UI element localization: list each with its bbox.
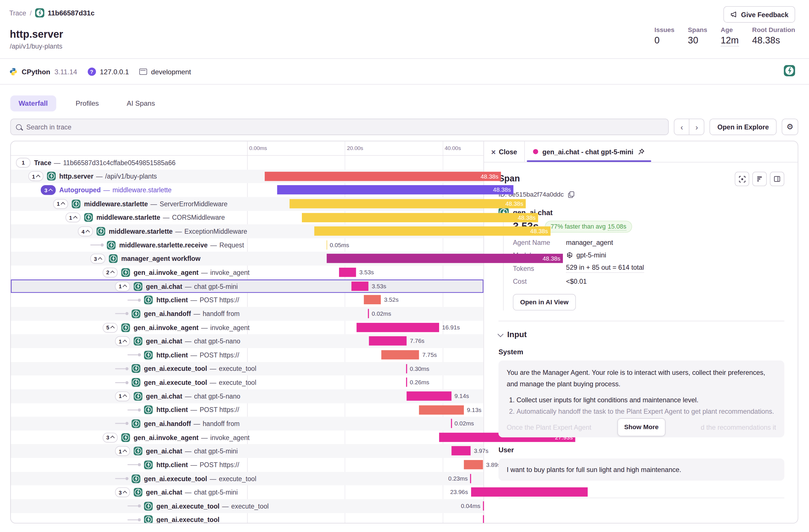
span-row-autogrouped[interactable]: 3Autogrouped—middleware.starlette48.38s <box>11 183 483 197</box>
meta-row: CPython 3.11.14 ? 127.0.0.1 development <box>9 64 191 79</box>
leaf-connector <box>127 299 141 302</box>
span-row-gen-ai-invoke-agent[interactable]: 5gen_ai.invoke_agent—invoke_agent16.91s <box>11 321 483 334</box>
duration-label: 3.97s <box>474 444 488 458</box>
show-more-button[interactable]: Show More <box>618 418 665 436</box>
python-icon <box>9 67 17 76</box>
children-count-pill[interactable]: 3 <box>115 487 130 497</box>
focus-span-button[interactable] <box>735 172 749 186</box>
span-row-gen-ai-execute-tool[interactable]: gen_ai.execute_tool—execute_tool0.23ms <box>11 472 483 485</box>
span-row-gen-ai-chat[interactable]: 1gen_ai.chat—chat gpt-5-nano7.76s <box>11 334 483 348</box>
duration-label: 23.96s <box>450 485 468 499</box>
span-row-gen-ai-invoke-agent[interactable]: 2gen_ai.invoke_agent—invoke_agent3.53s <box>11 266 483 280</box>
open-in-explore-button[interactable]: Open in Explore <box>709 119 776 135</box>
span-row-trace[interactable]: 1Trace—11b66587d31c4cffabe0549851585a66 <box>11 156 483 170</box>
span-row-gen-ai-execute-tool[interactable]: gen_ai.execute_tool—execute_tool0.30ms <box>11 362 483 375</box>
children-count-pill[interactable]: 3 <box>103 432 118 442</box>
duration-label: 48.38s <box>530 227 548 236</box>
prev-match-button[interactable]: ‹ <box>675 119 689 135</box>
children-count-pill[interactable]: 1 <box>115 336 130 346</box>
children-count-pill[interactable]: 4 <box>78 226 93 236</box>
stat-label: Age <box>721 26 739 33</box>
span-op-icon <box>144 461 153 469</box>
span-tree-cell: middleware.starlette.receive—Request <box>11 238 327 252</box>
span-description: /api/v1/buy-plants <box>105 173 157 180</box>
children-count-pill[interactable]: 3 <box>90 254 105 264</box>
children-count-pill[interactable]: 1 <box>28 172 43 181</box>
span-separator: — <box>201 324 208 332</box>
span-tree-cell: 1middleware.starlette—CORSMiddleware <box>11 211 302 224</box>
children-count-pill[interactable]: 5 <box>103 323 118 332</box>
span-row-http-server[interactable]: 1http.server—/api/v1/buy-plants48.38s <box>11 170 483 183</box>
settings-gear-button[interactable]: ⚙ <box>782 119 798 135</box>
give-feedback-button[interactable]: Give Feedback <box>724 6 795 23</box>
breadcrumb-trace-link[interactable]: Trace <box>9 9 26 17</box>
span-row-http-client[interactable]: http.client—POST https://3.89s <box>11 458 483 472</box>
span-name: middleware.starlette.receive <box>119 241 208 249</box>
attribute-value[interactable]: 529 in + 85 out = 614 total <box>566 263 644 272</box>
span-row-http-client[interactable]: http.client—POST https://3.52s <box>11 293 483 307</box>
children-count-pill[interactable]: 1 <box>115 281 130 291</box>
span-description: chat gpt-5-mini <box>194 282 238 290</box>
span-row-gen-ai-execute-tool[interactable]: gen_ai.execute_tool—execute_tool0.04ms <box>11 499 483 513</box>
span-tree-cell: 1http.server—/api/v1/buy-plants <box>11 170 265 183</box>
duration-label: 9.14s <box>454 389 469 403</box>
children-count-pill[interactable]: 1 <box>66 213 80 222</box>
span-row-gen-ai-handoff[interactable]: gen_ai.handoff—handoff from0.02ms <box>11 307 483 321</box>
children-count-pill[interactable]: 1 <box>115 446 130 456</box>
span-row-gen-ai-chat[interactable]: 1gen_ai.chat—chat gpt-5-mini3.53s <box>11 280 483 293</box>
span-description: ServerErrorMiddleware <box>159 200 227 208</box>
duration-label: 48.38s <box>543 254 560 263</box>
children-count-pill[interactable]: 1 <box>53 199 68 209</box>
copy-icon[interactable] <box>567 191 574 198</box>
span-separator: — <box>150 200 157 208</box>
span-row-http-client[interactable]: http.client—POST https://9.13s <box>11 403 483 417</box>
span-row-gen-ai-chat[interactable]: 1gen_ai.chat—chat gpt-5-mini3.97s <box>11 444 483 458</box>
close-panel-button[interactable]: × Close <box>484 141 525 162</box>
layout-toggle-button[interactable] <box>770 172 785 186</box>
leaf-connector <box>90 244 104 247</box>
span-row-middleware-starlette-receive[interactable]: middleware.starlette.receive—Request0.05… <box>11 238 483 252</box>
profile-button[interactable] <box>752 172 767 186</box>
span-description: execute_tool <box>219 475 256 483</box>
span-row-gen-ai-invoke-agent[interactable]: 3gen_ai.invoke_agent—invoke_agent27.93s <box>11 430 483 444</box>
stat-value[interactable]: 12m <box>721 35 739 47</box>
tab-profiles[interactable]: Profiles <box>67 95 107 111</box>
span-op-icon <box>121 433 130 442</box>
tab-waterfall[interactable]: Waterfall <box>10 95 56 111</box>
tab-ai-spans[interactable]: AI Spans <box>118 95 163 111</box>
leaf-connector <box>115 422 128 425</box>
children-count-pill[interactable]: 3 <box>41 185 56 195</box>
span-tree-cell: 3Autogrouped—middleware.starlette <box>11 183 277 197</box>
span-row-gen-ai-chat[interactable]: 1gen_ai.chat—chat gpt-5-nano9.14s <box>11 389 483 403</box>
span-name: gen_ai.chat <box>146 282 183 290</box>
children-count-pill[interactable]: 1 <box>16 158 31 167</box>
span-row-gen-ai-execute-tool[interactable]: gen_ai.execute_tool—execute_tool0.26ms <box>11 375 483 389</box>
span-color-dot <box>533 149 538 154</box>
pin-icon[interactable] <box>637 148 645 156</box>
span-row-middleware-starlette[interactable]: 4middleware.starlette—ExceptionMiddlewar… <box>11 225 483 238</box>
span-row-gen-ai-handoff[interactable]: gen_ai.handoff—handoff from0.02ms <box>11 417 483 430</box>
span-separator: — <box>209 365 216 373</box>
children-count-pill[interactable]: 2 <box>103 268 118 278</box>
span-op-icon <box>134 392 142 401</box>
span-op-icon <box>132 419 140 428</box>
next-match-button[interactable]: › <box>689 119 704 135</box>
span-op-icon <box>134 337 142 346</box>
span-row-middleware-starlette[interactable]: 1middleware.starlette—CORSMiddleware48.3… <box>11 211 483 224</box>
span-row-gen-ai-chat[interactable]: 3gen_ai.chat—chat gpt-5-mini23.96s <box>11 485 483 499</box>
span-tree-cell: 1gen_ai.chat—chat gpt-5-mini <box>11 444 351 458</box>
span-row-manager-agent-workflow[interactable]: 3manager_agent workflow48.38s <box>11 252 483 266</box>
avg-duration-value[interactable]: 15.08s <box>608 223 626 231</box>
search-input[interactable] <box>25 123 663 131</box>
duration-label: 0.02ms <box>372 307 391 321</box>
span-row-gen-ai-execute-tool[interactable]: gen_ai.execute_tool <box>11 513 483 524</box>
span-row-http-client[interactable]: http.client—POST https://7.75s <box>11 348 483 362</box>
duration-label: 9.13s <box>467 403 481 417</box>
sentry-logo-icon[interactable] <box>784 65 795 76</box>
search-input-wrap[interactable] <box>10 119 669 135</box>
detail-tab[interactable]: gen_ai.chat - chat gpt-5-mini <box>525 141 654 162</box>
span-row-middleware-starlette[interactable]: 1middleware.starlette—ServerErrorMiddlew… <box>11 197 483 211</box>
span-duration-bar <box>351 281 368 290</box>
span-op-icon <box>144 502 153 511</box>
children-count-pill[interactable]: 1 <box>115 391 130 401</box>
